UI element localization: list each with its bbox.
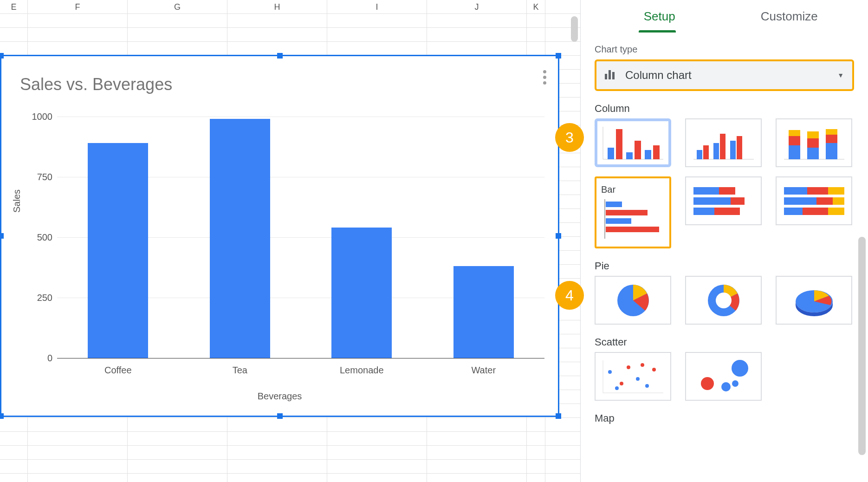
svg-rect-44	[833, 197, 844, 205]
tab-indicator	[639, 30, 676, 33]
chart-title: Sales vs. Beverages	[20, 75, 172, 94]
annotation-step-4: 4	[555, 281, 584, 310]
svg-rect-24	[807, 131, 819, 138]
thumb-scatter[interactable]	[595, 352, 671, 401]
chart-bar	[88, 143, 148, 358]
chart-type-value: Column chart	[625, 69, 837, 82]
svg-rect-26	[826, 135, 837, 143]
resize-handle[interactable]	[0, 233, 4, 239]
svg-rect-27	[826, 129, 837, 135]
editor-tabs: Setup Customize	[595, 0, 854, 33]
chart-type-label: Chart type	[595, 44, 854, 55]
col-header-E[interactable]: E	[0, 0, 28, 13]
category-pie: Pie	[595, 260, 854, 272]
svg-rect-12	[697, 150, 702, 159]
svg-point-54	[608, 370, 612, 374]
y-tick-label: 0	[47, 353, 52, 364]
svg-rect-33	[693, 187, 719, 195]
svg-rect-20	[789, 136, 800, 145]
x-axis-label: Beverages	[1, 391, 558, 402]
svg-point-65	[732, 380, 738, 387]
svg-rect-9	[645, 150, 651, 159]
svg-rect-41	[828, 187, 844, 195]
svg-point-63	[701, 377, 714, 390]
resize-handle[interactable]	[0, 413, 4, 419]
category-bar: Bar	[601, 184, 615, 195]
thumb-bubble[interactable]	[685, 352, 762, 401]
chart-type-dropdown[interactable]: Column chart ▼	[595, 59, 854, 91]
category-scatter: Scatter	[595, 336, 854, 348]
col-header-J[interactable]: J	[427, 0, 527, 13]
svg-rect-0	[605, 74, 607, 79]
svg-rect-37	[693, 208, 714, 215]
thumb-donut[interactable]	[685, 276, 762, 325]
resize-handle[interactable]	[556, 413, 561, 419]
thumb-pie-3d[interactable]	[776, 276, 852, 325]
col-header-F[interactable]: F	[28, 0, 128, 13]
svg-rect-35	[693, 197, 731, 205]
tab-setup[interactable]: Setup	[595, 0, 725, 33]
col-header-I[interactable]: I	[327, 0, 427, 13]
resize-handle[interactable]	[277, 53, 283, 59]
svg-point-61	[641, 363, 644, 367]
svg-rect-23	[807, 138, 819, 148]
svg-rect-31	[606, 218, 631, 224]
col-header-K[interactable]: K	[527, 0, 545, 13]
resize-handle[interactable]	[0, 53, 4, 59]
svg-rect-10	[653, 145, 660, 159]
x-tick-label: Coffee	[71, 365, 164, 376]
y-tick-label: 250	[37, 293, 52, 303]
chart-bar	[331, 228, 392, 358]
svg-rect-46	[803, 208, 828, 215]
svg-rect-39	[784, 187, 807, 195]
svg-rect-13	[703, 145, 709, 159]
svg-point-60	[615, 386, 619, 390]
svg-point-56	[627, 365, 630, 369]
resize-handle[interactable]	[277, 413, 283, 419]
chart-overflow-menu-icon[interactable]	[543, 70, 546, 85]
thumb-column-chart[interactable]	[595, 118, 671, 167]
tab-customize[interactable]: Customize	[725, 0, 855, 33]
svg-rect-30	[606, 210, 648, 215]
annotation-step-3: 3	[555, 123, 584, 152]
chart-bar	[210, 119, 270, 358]
svg-rect-21	[789, 130, 800, 136]
svg-rect-47	[828, 208, 844, 215]
svg-rect-22	[807, 148, 819, 159]
sidebar-scrollbar[interactable]	[858, 237, 866, 455]
thumb-pie[interactable]	[595, 276, 671, 325]
chart-editor-panel: Setup Customize Chart type Column chart …	[580, 0, 868, 482]
y-tick-label: 750	[37, 172, 52, 182]
svg-rect-25	[826, 143, 837, 159]
y-axis-label: Sales	[12, 189, 22, 213]
x-tick-label: Lemonade	[315, 365, 408, 376]
svg-rect-36	[731, 197, 745, 205]
thumb-column-stacked[interactable]	[776, 118, 852, 167]
svg-rect-34	[719, 187, 735, 195]
thumb-bar-100[interactable]	[776, 176, 852, 225]
spreadsheet-grid[interactable]: E F G H I J K Sales vs. Beverages Sales …	[0, 0, 580, 482]
y-tick-label: 1000	[32, 111, 53, 122]
svg-rect-5	[608, 148, 614, 159]
sheet-scrollbar[interactable]	[571, 16, 578, 42]
col-header-H[interactable]: H	[227, 0, 327, 13]
category-column: Column	[595, 103, 854, 115]
y-tick-label: 500	[37, 232, 52, 243]
x-tick-label: Tea	[194, 365, 286, 376]
resize-handle[interactable]	[556, 233, 561, 239]
category-map: Map	[595, 412, 854, 424]
chart-bar	[453, 266, 514, 358]
resize-handle[interactable]	[556, 53, 561, 59]
thumb-bar-stacked[interactable]	[685, 176, 762, 225]
col-header-G[interactable]: G	[128, 0, 227, 13]
svg-point-62	[732, 360, 748, 377]
svg-rect-1	[609, 70, 611, 79]
svg-rect-15	[720, 134, 725, 159]
embedded-chart[interactable]: Sales vs. Beverages Sales 02505007501000…	[0, 55, 559, 417]
svg-rect-7	[626, 152, 633, 159]
svg-rect-42	[784, 197, 816, 205]
svg-rect-40	[807, 187, 828, 195]
thumb-column-grouped[interactable]	[685, 118, 762, 167]
thumb-bar-chart[interactable]: Bar	[595, 176, 671, 248]
svg-rect-16	[730, 141, 736, 159]
